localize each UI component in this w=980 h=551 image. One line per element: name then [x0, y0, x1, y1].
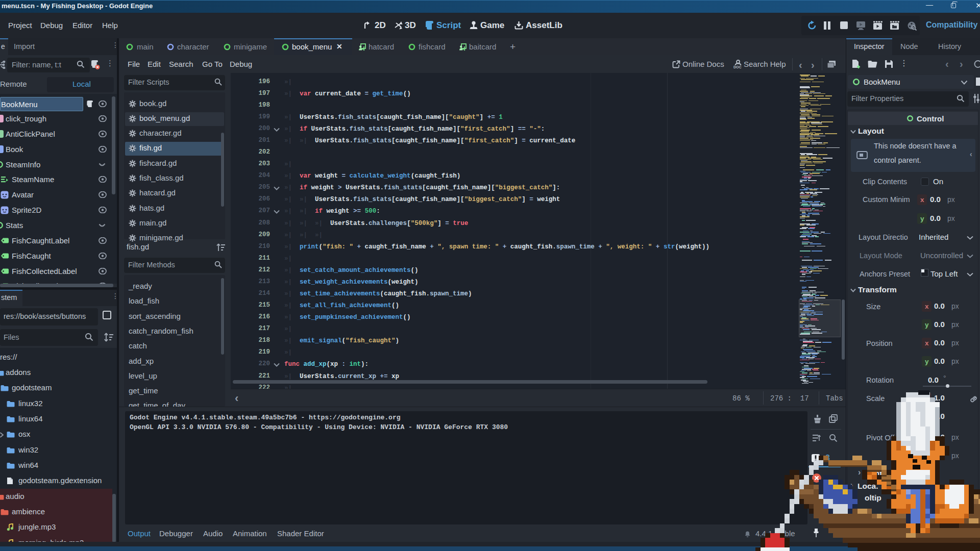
svg-text:DOC: DOC [733, 65, 742, 69]
